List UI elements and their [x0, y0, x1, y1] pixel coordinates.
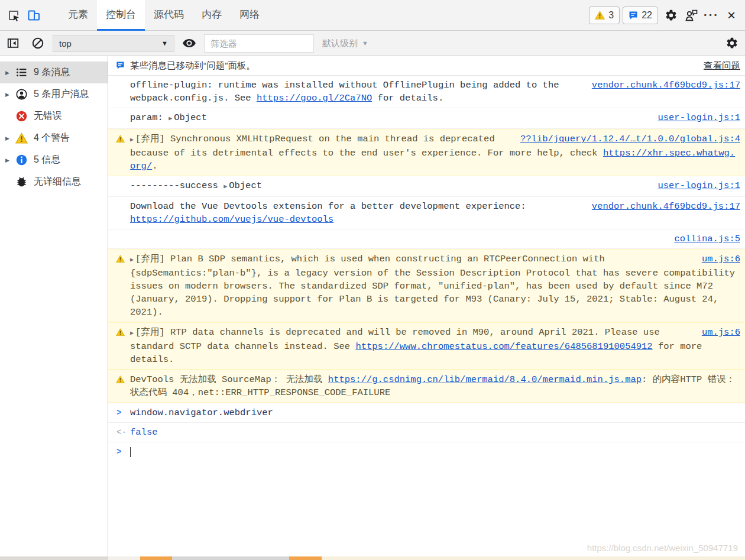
expand-triangle-icon[interactable]: ▶: [130, 330, 135, 336]
close-icon[interactable]: ×: [721, 5, 741, 25]
live-expression-eye-icon[interactable]: [179, 33, 199, 53]
console-message-log: collina.js:5: [108, 229, 745, 249]
sidebar-item[interactable]: ▶4 个警告: [0, 127, 108, 149]
source-link[interactable]: user-login.js:1: [657, 112, 740, 123]
console-main: ▶9 条消息▶5 条用户消息无错误▶4 个警告▶5 信息无详细信息 查看问题某些…: [0, 56, 745, 559]
strip-segment: [172, 556, 289, 560]
message-link[interactable]: https://goo.gl/2Ca7NO: [257, 93, 372, 103]
console-toolbar: top ▼ 默认级别 ▼: [0, 31, 745, 56]
tab-memory[interactable]: 内存: [193, 0, 231, 31]
toggle-sidebar-icon[interactable]: [3, 33, 23, 53]
strip-segment: [322, 556, 745, 560]
message-text: DevTools 无法加载 SourceMap： 无法加载 https://g.…: [130, 374, 735, 398]
source-link[interactable]: ??lib/jquery/1.12.4/…t/1.0.0/global.js:4: [520, 134, 740, 144]
sidebar-item-label: 5 条用户消息: [34, 88, 89, 101]
source-link[interactable]: um.js:6: [702, 327, 740, 338]
warning-icon: [116, 254, 125, 263]
sidebar-item[interactable]: ▶9 条消息: [0, 61, 108, 83]
filter-input[interactable]: [204, 34, 314, 53]
message-text: ▶[弃用] RTP data channels is deprecated an…: [130, 327, 702, 365]
clear-console-icon[interactable]: [28, 33, 48, 53]
message-text: offline-plugin: runtime was installed wi…: [130, 80, 559, 103]
tab-network[interactable]: 网络: [231, 0, 268, 31]
message-text: 某些消息已移动到“问题”面板。: [130, 60, 255, 70]
message-text: ---------success ▶Object: [130, 180, 262, 191]
chevron-down-icon: ▼: [161, 40, 168, 47]
message-text: window.navigator.webdriver: [130, 407, 273, 418]
text-cursor: [130, 447, 131, 457]
sidebar-item-label: 5 信息: [34, 154, 60, 166]
command-chevron-icon: >: [116, 406, 121, 419]
settings-gear-icon[interactable]: [661, 5, 681, 25]
expand-triangle-icon[interactable]: ▶: [224, 183, 229, 190]
tab-sources[interactable]: 源代码: [145, 0, 193, 31]
inspect-cursor-icon[interactable]: [4, 5, 24, 25]
expand-triangle-icon[interactable]: ▶: [169, 115, 174, 122]
warnings-badge[interactable]: 3: [589, 7, 620, 24]
error-icon: [15, 110, 28, 122]
strip-segment: [108, 556, 140, 560]
messages-list-icon: [15, 66, 28, 79]
expand-arrow-icon: ▶: [3, 157, 12, 163]
source-link[interactable]: collina.js:5: [674, 234, 740, 244]
console-message-warning: ??lib/jquery/1.12.4/…t/1.0.0/global.js:4…: [108, 129, 745, 176]
console-message-log: vendor.chunk.4f69bcd9.js:17offline-plugi…: [108, 76, 745, 108]
more-menu-icon[interactable]: ···: [701, 5, 721, 25]
console-message-warning: um.js:6▶[弃用] Plan B SDP semantics, which…: [108, 249, 745, 322]
strip-segment: [140, 556, 172, 560]
source-link[interactable]: vendor.chunk.4f69bcd9.js:17: [592, 201, 740, 212]
sidebar-item[interactable]: ▶5 条用户消息: [0, 83, 108, 105]
sidebar-item[interactable]: 无详细信息: [0, 171, 108, 193]
expand-arrow-icon: ▶: [3, 135, 12, 141]
log-level-value: 默认级别: [322, 38, 358, 49]
log-level-select[interactable]: 默认级别 ▼: [319, 38, 372, 49]
issues-badge[interactable]: 22: [623, 7, 658, 24]
console-sidebar: ▶9 条消息▶5 条用户消息无错误▶4 个警告▶5 信息无详细信息: [0, 56, 108, 559]
message-text: ▶[弃用] Plan B SDP semantics, which is use…: [130, 254, 735, 318]
warnings-count: 3: [608, 10, 614, 21]
tab-elements[interactable]: 元素: [59, 0, 97, 31]
sidebar-item-label: 无详细信息: [34, 176, 81, 188]
sidebar-item-label: 9 条消息: [34, 66, 70, 79]
message-text: param: ▶Object: [130, 112, 207, 123]
user-icon: [15, 88, 28, 101]
source-link[interactable]: vendor.chunk.4f69bcd9.js:17: [592, 80, 740, 90]
expand-triangle-icon[interactable]: ▶: [130, 257, 135, 263]
feedback-icon[interactable]: [681, 5, 701, 25]
sidebar-item[interactable]: ▶5 信息: [0, 149, 108, 171]
console-message-warning: um.js:6▶[弃用] RTP data channels is deprec…: [108, 322, 745, 370]
device-toolbar-icon[interactable]: [24, 5, 44, 25]
issues-bubble-icon: [629, 11, 638, 20]
console-message-prompt[interactable]: >: [108, 442, 745, 461]
console-message-infobar: 查看问题某些消息已移动到“问题”面板。: [108, 56, 745, 76]
source-link[interactable]: um.js:6: [702, 254, 740, 264]
sidebar-item[interactable]: 无错误: [0, 105, 108, 127]
warning-icon: [116, 375, 125, 384]
context-select[interactable]: top ▼: [53, 35, 174, 52]
message-link[interactable]: https://www.chromestatus.com/features/64…: [355, 341, 652, 352]
expand-triangle-icon[interactable]: ▶: [130, 137, 135, 143]
message-link[interactable]: https://g.csdnimg.cn/lib/mermaid/8.4.0/m…: [328, 374, 642, 385]
panel-tabs: 元素 控制台 源代码 内存 网络: [59, 0, 268, 31]
source-link[interactable]: user-login.js:1: [657, 180, 740, 191]
result-chevron-icon: <·: [116, 426, 127, 439]
console-message-list: 查看问题某些消息已移动到“问题”面板。vendor.chunk.4f69bcd9…: [108, 56, 745, 461]
console-message-log: vendor.chunk.4f69bcd9.js:17Download the …: [108, 197, 745, 229]
devtools-window: 元素 控制台 源代码 内存 网络 3 22 ··· ×: [0, 0, 745, 560]
prompt-chevron-icon: >: [116, 445, 121, 458]
issues-bubble-icon: [116, 61, 125, 70]
view-issues-link[interactable]: 查看问题: [704, 59, 740, 72]
expand-arrow-icon: ▶: [3, 70, 12, 76]
console-settings-gear-icon[interactable]: [722, 33, 742, 53]
page-edge-strip: [0, 556, 745, 560]
console-message-command: >window.navigator.webdriver: [108, 403, 745, 423]
devtools-tabbar: 元素 控制台 源代码 内存 网络 3 22 ··· ×: [0, 0, 745, 31]
console-pane: 查看问题某些消息已移动到“问题”面板。vendor.chunk.4f69bcd9…: [108, 56, 745, 559]
message-link[interactable]: https://github.com/vuejs/vue-devtools: [130, 214, 333, 225]
tab-console[interactable]: 控制台: [97, 0, 145, 31]
context-select-value: top: [59, 38, 72, 48]
message-text: false: [130, 427, 158, 438]
console-message-result: <·false: [108, 423, 745, 442]
warning-triangle-icon: [595, 11, 605, 20]
strip-segment: [0, 556, 108, 560]
